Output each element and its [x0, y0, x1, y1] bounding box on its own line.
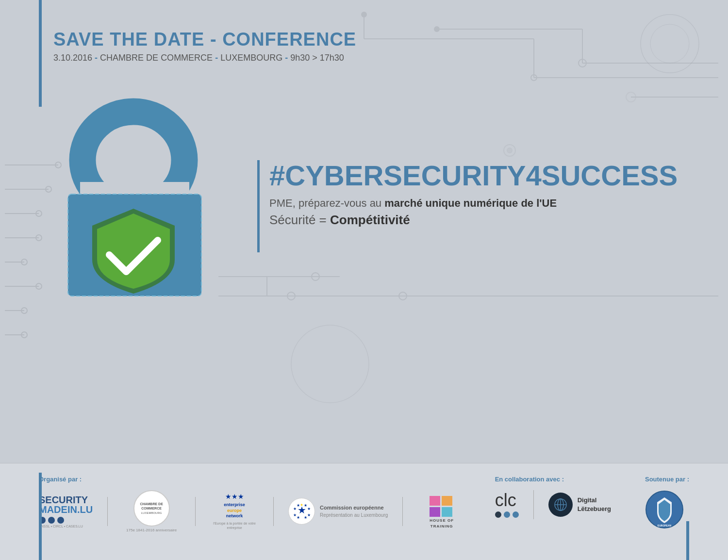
digital-letzebuerg-logo: Digital Lëtzebuerg [548, 493, 611, 517]
svg-text:★: ★ [307, 507, 311, 511]
soutenu-logos: EUROPEAN [645, 490, 689, 531]
soutenu-label: Soutenue par : [645, 476, 689, 483]
clc-dot-1 [495, 511, 501, 518]
svg-rect-58 [430, 507, 440, 517]
organise-label: Organisé par : [39, 476, 466, 483]
digital-name: Digital [578, 496, 611, 505]
svg-point-22 [36, 235, 42, 241]
page: SAVE THE DATE - CONFERENCE 3.10.2016 - C… [0, 0, 728, 560]
organise-section: Organisé par : SECURITY MADEIN.LU [39, 476, 466, 532]
event-date: 3.10.2016 [53, 53, 92, 63]
svg-point-4 [579, 59, 586, 67]
divider-5 [533, 490, 534, 519]
collab-logos: clc [495, 490, 611, 519]
lock-illustration [53, 97, 214, 301]
svg-rect-57 [442, 496, 452, 506]
security-icon-2 [48, 517, 55, 524]
svg-point-30 [21, 332, 27, 338]
svg-text:★: ★ [297, 515, 300, 520]
footer-section: Organisé par : SECURITY MADEIN.LU [0, 463, 728, 560]
svg-point-3 [434, 27, 439, 32]
svg-text:★: ★ [307, 513, 311, 517]
svg-text:★: ★ [293, 513, 297, 517]
een-logo: ★★★ enterprise europe network l'Europe à… [210, 493, 259, 530]
event-details: 3.10.2016 - CHAMBRE DE COMMERCE - LUXEMB… [53, 53, 356, 63]
commission-logo: ★ ★ ★ ★ ★ ★ ★ ★ ★ [288, 498, 388, 525]
divider-1 [107, 497, 108, 526]
tagline-1-bold: marché unique numérique de l'UE [384, 197, 557, 209]
tagline-1: PME, préparez-vous au marché unique numé… [269, 197, 645, 210]
left-accent-bar [39, 0, 42, 107]
tagline-2: Sécurité = Compétitivité [269, 213, 645, 228]
footer-left-bar [39, 473, 42, 560]
svg-text:★: ★ [304, 515, 307, 520]
security-sub: ANSSL • CIRCL • CASES.LU [39, 525, 83, 528]
tagline-2-regular: Sécurité = [269, 213, 330, 227]
security-madein-logo: SECURITY MADEIN.LU ANSSL • CIRCL • CASES… [39, 495, 93, 528]
text-accent-line [257, 160, 260, 252]
tagline-2-bold: Compétitivité [330, 213, 410, 227]
svg-point-20 [36, 211, 42, 216]
footer-right-bar [686, 521, 689, 560]
digital-sub: Lëtzebuerg [578, 505, 611, 513]
collab-label: En collaboration avec : [495, 476, 611, 483]
divider-4 [402, 497, 403, 526]
svg-point-13 [504, 145, 515, 156]
svg-point-12 [626, 92, 636, 102]
svg-point-36 [287, 292, 295, 300]
event-title: SAVE THE DATE - CONFERENCE [53, 29, 356, 50]
soutenue-section: Soutenue par : EUROPEAN [645, 476, 689, 531]
svg-text:★: ★ [293, 507, 297, 511]
tagline-1-regular: PME, préparez-vous au [269, 197, 384, 209]
svg-point-9 [362, 12, 366, 17]
security-icon-3 [57, 517, 64, 524]
svg-point-40 [650, 24, 689, 63]
svg-point-10 [531, 75, 537, 81]
clc-dot-2 [504, 511, 510, 518]
svg-text:★: ★ [297, 503, 300, 508]
clc-dot-3 [513, 511, 519, 518]
divider-3 [273, 497, 274, 526]
clc-text: clc [495, 492, 516, 509]
clc-logo: clc [495, 492, 519, 518]
footer-logos-row: Organisé par : SECURITY MADEIN.LU [0, 463, 728, 532]
svg-rect-59 [442, 507, 452, 517]
svg-text:EUROPEAN: EUROPEAN [658, 524, 672, 527]
house-of-training-logo: HOUSE OF TRAINING [417, 494, 466, 528]
een-tagline: l'Europe à la portée de votre entreprise [210, 521, 259, 530]
svg-point-14 [507, 148, 512, 153]
main-text-section: #CYBERSECURITY4SUCCESS PME, préparez-vou… [257, 160, 645, 228]
event-time: 9h30 > 17h30 [290, 53, 344, 63]
conference-hashtag: #CYBERSECURITY4SUCCESS [269, 160, 645, 191]
organise-logos: SECURITY MADEIN.LU ANSSL • CIRCL • CASES… [39, 490, 466, 532]
svg-point-18 [46, 186, 51, 192]
event-city: LUXEMBOURG [220, 53, 282, 63]
svg-point-26 [36, 283, 42, 289]
svg-point-37 [399, 292, 407, 300]
event-venue: CHAMBRE DE COMMERCE [100, 53, 213, 63]
svg-text:★: ★ [304, 503, 307, 508]
header-section: SAVE THE DATE - CONFERENCE 3.10.2016 - C… [53, 29, 356, 63]
svg-point-33 [312, 273, 319, 280]
ecso-logo: EUROPEAN [645, 490, 684, 531]
svg-point-28 [21, 308, 27, 313]
chambre-years: 175e 1841-2016 anniversaire [126, 528, 177, 532]
divider-2 [195, 497, 196, 526]
commission-sub: Représentation au Luxembourg [320, 511, 388, 519]
svg-point-41 [291, 325, 369, 403]
chambre-commerce-logo: CHAMBRE DE COMMERCE LUXEMBOURG 175e 1841… [122, 490, 181, 532]
svg-rect-56 [430, 496, 440, 506]
commission-name: Commission européenne [320, 504, 388, 512]
svg-point-39 [641, 15, 699, 73]
collaboration-section: En collaboration avec : clc [495, 476, 611, 519]
svg-point-24 [21, 259, 27, 265]
